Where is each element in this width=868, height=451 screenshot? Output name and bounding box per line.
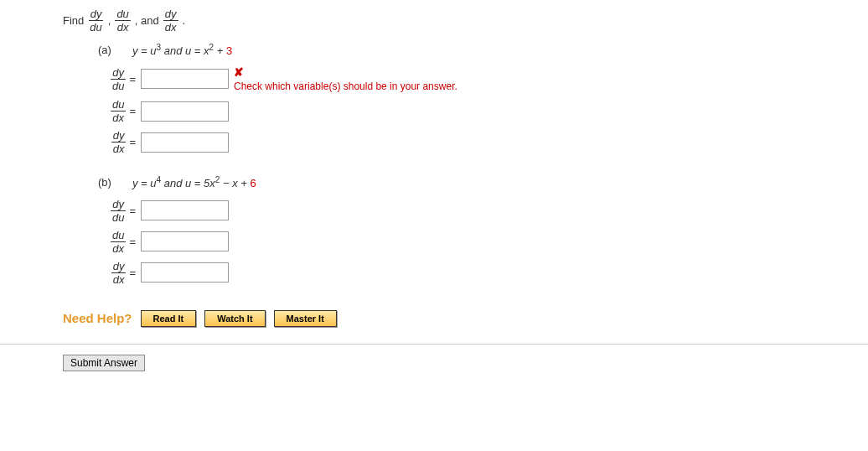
part-b: (b) y = u4 and u = 5x2 − x + 6 dy du = d… (98, 175, 868, 284)
part-b-label: (b) (98, 176, 119, 189)
row-b-dy-du: dy du = (98, 199, 868, 223)
watch-it-button[interactable]: Watch It (204, 310, 265, 327)
master-it-button[interactable]: Master It (274, 310, 337, 327)
part-a-header: (a) y = u3 and u = x2 + 3 (98, 43, 868, 57)
feedback-a-dy-du: ✘ Check which variable(s) should be in y… (234, 65, 457, 92)
submit-answer-button[interactable]: Submit Answer (63, 355, 145, 371)
question-prompt: Find dy du , du dx , and dy dx . (63, 8, 868, 33)
label-dy-dx: dy dx (111, 130, 127, 154)
label-dy-du: dy du (111, 199, 126, 223)
label-du-dx: du dx (111, 230, 126, 254)
input-b-dy-du[interactable] (141, 200, 229, 220)
part-b-header: (b) y = u4 and u = 5x2 − x + 6 (98, 175, 868, 189)
feedback-text: Check which variable(s) should be in you… (234, 80, 457, 92)
part-a: (a) y = u3 and u = x2 + 3 dy du = ✘ Chec… (98, 43, 868, 154)
input-b-dy-dx[interactable] (141, 262, 229, 283)
row-b-du-dx: du dx = (98, 230, 868, 254)
label-dy-dx: dy dx (111, 261, 127, 285)
input-b-du-dx[interactable] (141, 231, 229, 251)
input-a-du-dx[interactable] (141, 101, 229, 122)
input-a-dy-du[interactable] (141, 69, 229, 89)
part-a-label: (a) (98, 44, 119, 56)
fraction-dy-dx: dy dx (163, 8, 178, 33)
prompt-find: Find (63, 14, 84, 27)
need-help-row: Need Help? Read It Watch It Master It (63, 310, 868, 327)
need-help-label: Need Help? (63, 311, 132, 325)
fraction-dy-du: dy du (88, 8, 103, 33)
row-b-dy-dx: dy dx = (98, 261, 868, 285)
label-du-dx: du dx (111, 99, 126, 123)
input-a-dy-dx[interactable] (141, 132, 229, 153)
part-a-equation: y = u3 and u = x2 + 3 (132, 43, 232, 57)
read-it-button[interactable]: Read It (141, 310, 197, 327)
footer: Submit Answer (0, 344, 868, 371)
row-a-du-dx: du dx = (98, 99, 868, 123)
fraction-du-dx: du dx (115, 8, 130, 33)
part-b-equation: y = u4 and u = 5x2 − x + 6 (132, 175, 256, 189)
label-dy-du: dy du (111, 67, 126, 91)
incorrect-icon: ✘ (234, 65, 457, 79)
row-a-dy-dx: dy dx = (98, 130, 868, 154)
row-a-dy-du: dy du = ✘ Check which variable(s) should… (98, 65, 868, 92)
